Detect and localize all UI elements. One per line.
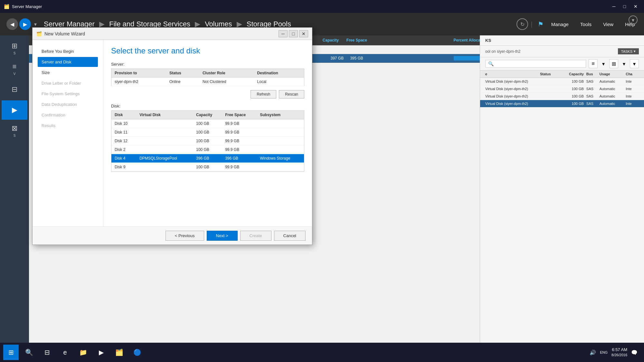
disk-row-d2[interactable]: Disk 2 100 GB 99.9 GB: [111, 145, 304, 154]
disk-cell-d11-vd: [136, 128, 193, 137]
disk-cell-d10-vd: [136, 119, 193, 128]
wizard-nav: Before You Begin Server and Disk Size Dr…: [33, 40, 103, 227]
disk-cell-d9-free: 99.9 GB: [222, 163, 257, 172]
disk-cell-d12-cap: 100 GB: [193, 137, 222, 145]
server-col-provision: Provision to: [111, 69, 166, 78]
wizard-page-title: Select the server and disk: [111, 46, 304, 55]
disk-col-virtualDisk: Virtual Disk: [136, 111, 193, 119]
disk-row-d11[interactable]: Disk 11 100 GB 99.9 GB: [111, 128, 304, 137]
dialog-title-text: New Volume Wizard: [44, 31, 279, 36]
wizard-step-confirmation: Confirmation: [38, 110, 98, 120]
disk-row-d10[interactable]: Disk 10 100 GB 99.9 GB: [111, 119, 304, 128]
server-section-label: Server:: [111, 62, 304, 67]
disk-cell-d4-cap: 396 GB: [193, 154, 222, 163]
server-row-1[interactable]: siyer-dpm-th2 Online Not Clustered Local: [111, 78, 304, 86]
server-cell-destination: Local: [254, 78, 304, 86]
disk-cell-d10-sub: [257, 119, 304, 128]
disk-cell-d12-vd: [136, 137, 193, 145]
disk-cell-d11-cap: 100 GB: [193, 128, 222, 137]
create-btn[interactable]: Create: [240, 231, 271, 241]
disk-col-capacity: Capacity: [193, 111, 222, 119]
disk-cell-d12-free: 99.9 GB: [222, 137, 257, 145]
wizard-step-results: Results: [38, 121, 98, 131]
disk-row-d4-selected[interactable]: Disk 4 DPMSQLStoragePool 396 GB 396 GB W…: [111, 154, 304, 163]
disk-cell-d9-sub: [257, 163, 304, 172]
refresh-btn[interactable]: Refresh: [251, 90, 276, 98]
wizard-step-filesystemsettings: File System Settings: [38, 89, 98, 99]
disk-cell-d9-vd: [136, 163, 193, 172]
disk-cell-d2-vd: [136, 145, 193, 154]
disk-cell-d4-vd: DPMSQLStoragePool: [136, 154, 193, 163]
disk-table: Disk Virtual Disk Capacity Free Space Su…: [111, 111, 304, 172]
dialog-overlay: 🗂️ New Volume Wizard ─ □ ✕ Before You Be…: [0, 0, 644, 362]
disk-cell-d11-sub: [257, 128, 304, 137]
wizard-step-before-you-begin[interactable]: Before You Begin: [38, 46, 98, 56]
disk-cell-d12-sub: [257, 137, 304, 145]
dialog-footer: < Previous Next > Create Cancel: [33, 227, 312, 245]
disk-table-wrapper[interactable]: Disk Virtual Disk Capacity Free Space Su…: [111, 110, 304, 172]
dialog-controls: ─ □ ✕: [279, 30, 308, 37]
disk-cell-d9-cap: 100 GB: [193, 163, 222, 172]
wizard-step-server-disk[interactable]: Server and Disk: [38, 57, 98, 67]
rescan-btn[interactable]: Rescan: [279, 90, 304, 98]
server-table: Provision to Status Cluster Role Destina…: [111, 69, 304, 86]
server-cell-provision: siyer-dpm-th2: [111, 78, 166, 86]
disk-cell-d2-sub: [257, 145, 304, 154]
disk-cell-d10-disk: Disk 10: [111, 119, 136, 128]
disk-cell-d12-disk: Disk 12: [111, 137, 136, 145]
wizard-step-driveletter: Drive Letter or Folder: [38, 78, 98, 88]
wizard-main: Select the server and disk Server: Provi…: [103, 40, 312, 227]
disk-cell-d10-cap: 100 GB: [193, 119, 222, 128]
disk-col-disk: Disk: [111, 111, 136, 119]
server-col-status: Status: [166, 69, 199, 78]
disk-cell-d11-disk: Disk 11: [111, 128, 136, 137]
disk-cell-d4-free: 396 GB: [222, 154, 257, 163]
disk-row-d9[interactable]: Disk 9 100 GB 99.9 GB: [111, 163, 304, 172]
server-cell-status: Online: [166, 78, 199, 86]
dialog-minimize-btn[interactable]: ─: [279, 30, 288, 37]
disk-cell-d9-disk: Disk 9: [111, 163, 136, 172]
dialog-maximize-btn[interactable]: □: [289, 30, 298, 37]
dialog-close-btn[interactable]: ✕: [299, 30, 308, 37]
cancel-btn[interactable]: Cancel: [274, 231, 306, 241]
wizard-step-size[interactable]: Size: [38, 68, 98, 78]
previous-btn[interactable]: < Previous: [166, 231, 204, 241]
disk-cell-d4-disk: Disk 4: [111, 154, 136, 163]
disk-cell-d10-free: 99.9 GB: [222, 119, 257, 128]
dialog-title-icon: 🗂️: [36, 31, 42, 36]
next-btn[interactable]: Next >: [207, 231, 238, 241]
dialog-body: Before You Begin Server and Disk Size Dr…: [33, 40, 312, 227]
server-col-clusterrole: Cluster Role: [199, 69, 254, 78]
new-volume-wizard-dialog: 🗂️ New Volume Wizard ─ □ ✕ Before You Be…: [32, 27, 312, 245]
disk-cell-d4-sub: Windows Storage: [257, 154, 304, 163]
dialog-titlebar: 🗂️ New Volume Wizard ─ □ ✕: [33, 28, 312, 40]
disk-cell-d2-free: 99.9 GB: [222, 145, 257, 154]
server-col-destination: Destination: [254, 69, 304, 78]
disk-col-subsystem: Subsystem: [257, 111, 304, 119]
disk-cell-d2-disk: Disk 2: [111, 145, 136, 154]
disk-section-label: Disk:: [111, 104, 304, 108]
disk-cell-d2-cap: 100 GB: [193, 145, 222, 154]
disk-col-freespace: Free Space: [222, 111, 257, 119]
wizard-step-datadedup: Data Deduplication: [38, 99, 98, 109]
server-cell-clusterrole: Not Clustered: [199, 78, 254, 86]
server-table-actions: Refresh Rescan: [111, 90, 304, 98]
disk-cell-d11-free: 99.9 GB: [222, 128, 257, 137]
disk-row-d12[interactable]: Disk 12 100 GB 99.9 GB: [111, 137, 304, 145]
